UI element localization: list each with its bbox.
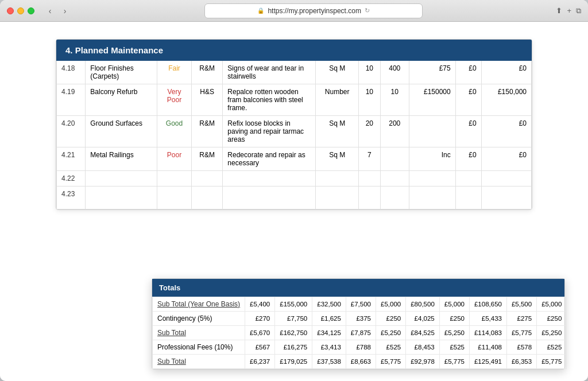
totals-row: Contingency (5%) £270 £7,750 £1,625 £375… <box>153 312 567 326</box>
totals-row: Sub Total (Year One Basis) £5,400 £155,0… <box>153 297 567 312</box>
unit-cell: Number <box>316 84 358 116</box>
subtotal-final-link[interactable]: Sub Total <box>157 357 186 366</box>
row-id: 4.18 <box>57 61 86 84</box>
table-row: 4.21 Metal Railings Poor R&M Redecorate … <box>57 147 532 171</box>
main-table: 4.18 Floor Finishes (Carpets) Fair R&M S… <box>56 61 532 209</box>
totals-col: £578 <box>506 340 536 355</box>
totals-col: £5,775 <box>376 355 406 369</box>
subtotal-link[interactable]: Sub Total <box>157 329 186 337</box>
sidebar-icon[interactable]: ⧉ <box>576 6 581 15</box>
url-text: https://my.propertyinspect.com <box>268 7 361 15</box>
totals-col: £84,525 <box>406 326 440 340</box>
cost-cell: £75 <box>409 61 455 84</box>
totals-col: £11,408 <box>469 340 506 355</box>
condition-badge: Very Poor <box>157 84 192 116</box>
cost-cell <box>409 116 455 147</box>
close-button[interactable] <box>7 7 14 14</box>
totals-col: £34,125 <box>312 326 346 340</box>
forward-button[interactable]: › <box>59 5 71 17</box>
empty-cell <box>157 186 192 209</box>
share-icon[interactable]: ⬆ <box>556 6 562 15</box>
maximize-button[interactable] <box>28 7 34 14</box>
col10-cell: £0 <box>481 116 531 147</box>
report-card: 4. Planned Maintenance 4.18 Floor Finish… <box>56 39 532 210</box>
totals-col: £5,000 <box>439 297 469 312</box>
item-name: Floor Finishes (Carpets) <box>86 61 157 84</box>
totals-row: Sub Total £5,670 £162,750 £34,125 £7,875… <box>153 326 567 340</box>
qty-cell: 20 <box>358 116 380 147</box>
totals-col: £375 <box>346 312 376 326</box>
totals-col: £5,775 <box>506 326 536 340</box>
table-row: 4.22 <box>57 171 532 186</box>
totals-col: £5,250 <box>537 326 567 340</box>
totals-col: £567 <box>245 340 275 355</box>
item-name: Metal Railings <box>86 147 157 171</box>
col9-cell: £0 <box>455 84 481 116</box>
totals-table: Sub Total (Year One Basis) £5,400 £155,0… <box>152 297 567 369</box>
totals-col: £37,538 <box>312 355 346 369</box>
totals-col: £525 <box>537 340 567 355</box>
col10-cell: £0 <box>481 61 531 84</box>
table-row: 4.18 Floor Finishes (Carpets) Fair R&M S… <box>57 61 532 84</box>
cost-cell: Inc <box>409 147 455 171</box>
empty-cell <box>380 186 409 209</box>
empty-cell <box>191 171 222 186</box>
totals-col: £3,413 <box>312 340 346 355</box>
condition-badge: Good <box>157 116 192 147</box>
security-icon: 🔒 <box>257 7 264 14</box>
unit-cell: Sq M <box>316 61 358 84</box>
empty-cell <box>316 186 358 209</box>
col9-cell: £0 <box>455 147 481 171</box>
type-cell: H&S <box>191 84 222 116</box>
reload-icon[interactable]: ↻ <box>365 7 370 14</box>
totals-col: £1,625 <box>312 312 346 326</box>
totals-col: £92,978 <box>406 355 440 369</box>
qty-cell: 7 <box>358 147 380 171</box>
empty-cell <box>481 186 531 209</box>
row-id: 4.19 <box>57 84 86 116</box>
totals-col: £5,000 <box>376 297 406 312</box>
empty-cell <box>86 171 157 186</box>
totals-col: £4,025 <box>406 312 440 326</box>
totals-col: £270 <box>245 312 275 326</box>
totals-col: £16,275 <box>275 340 312 355</box>
totals-col: £8,663 <box>346 355 376 369</box>
rate-cell: 400 <box>380 61 409 84</box>
totals-col: £525 <box>376 340 406 355</box>
type-cell: R&M <box>191 116 222 147</box>
type-cell: R&M <box>191 61 222 84</box>
totals-title: Totals <box>159 283 180 292</box>
address-bar[interactable]: 🔒 https://my.propertyinspect.com ↻ <box>204 3 423 18</box>
item-name: Balcony Refurb <box>86 84 157 116</box>
totals-col: £162,750 <box>275 326 312 340</box>
col9-cell: £0 <box>455 116 481 147</box>
totals-col: £5,775 <box>439 355 469 369</box>
totals-row-label: Sub Total <box>153 326 245 340</box>
back-button[interactable]: ‹ <box>44 5 56 17</box>
totals-col: £32,500 <box>312 297 346 312</box>
rate-cell: 10 <box>380 84 409 116</box>
description-cell: Signs of wear and tear in stairwells <box>223 61 316 84</box>
totals-col: £5,400 <box>245 297 275 312</box>
totals-col: £5,775 <box>537 355 567 369</box>
qty-cell: 10 <box>358 61 380 84</box>
col9-cell: £0 <box>455 61 481 84</box>
empty-cell <box>481 171 531 186</box>
condition-badge: Poor <box>157 147 192 171</box>
empty-cell <box>316 171 358 186</box>
totals-col: £250 <box>537 312 567 326</box>
description-cell: Refix loose blocks in paving and repair … <box>223 116 316 147</box>
minimize-button[interactable] <box>17 7 24 14</box>
subtotal-year-one-link[interactable]: Sub Total (Year One Basis) <box>157 300 240 308</box>
totals-col: £5,000 <box>537 297 567 312</box>
totals-col: £5,670 <box>245 326 275 340</box>
add-tab-icon[interactable]: + <box>567 6 571 15</box>
empty-cell <box>157 171 192 186</box>
totals-col: £275 <box>506 312 536 326</box>
toolbar-right: ⬆ + ⧉ <box>556 6 581 15</box>
cost-cell: £150000 <box>409 84 455 116</box>
totals-col: £5,433 <box>469 312 506 326</box>
description-cell: Redecorate and repair as necessary <box>223 147 316 171</box>
table-row: 4.20 Ground Surfaces Good R&M Refix loos… <box>57 116 532 147</box>
table-row: 4.19 Balcony Refurb Very Poor H&S Repalc… <box>57 84 532 116</box>
